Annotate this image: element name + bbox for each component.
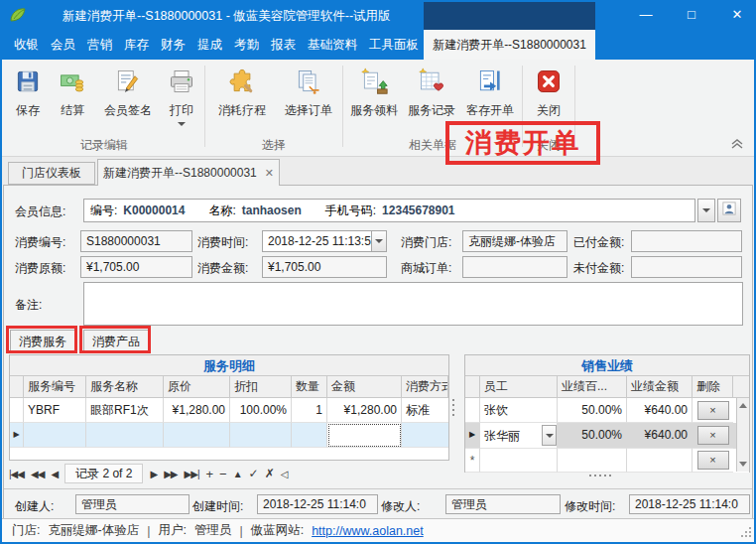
menu-tools-panel[interactable]: 工具面板 [363,30,425,60]
created-time-field[interactable]: 2018-12-25 11:14:0 [257,494,378,514]
aolan-website-link[interactable]: http://www.aolan.net [312,524,424,538]
mall-order-field[interactable] [462,256,567,278]
col-original-price[interactable]: 原价 [164,376,230,397]
member-lookup-button[interactable] [717,199,741,222]
col-discount[interactable]: 折扣 [230,376,292,397]
modifier-field[interactable]: 管理员 [445,494,561,514]
cell-amount-focused[interactable] [327,423,402,448]
nav-edit-button[interactable]: ▲ [233,469,242,479]
cell-amount[interactable]: ¥1,280.00 [327,398,402,423]
menu-member[interactable]: 会员 [45,30,81,60]
guest-deposit-button[interactable]: 客存开单 [460,66,520,119]
nav-next-page-button[interactable]: ▶▶ [164,469,177,479]
cell-code[interactable] [24,423,86,448]
nav-refresh-button[interactable]: ◁ [281,469,288,479]
col-amount[interactable]: 金额 [327,376,402,397]
tab-new-consume-order[interactable]: 新建消费开单--S1880000031 ✕ [97,159,280,186]
member-signature-button[interactable]: 会员签名 [95,66,161,119]
cell-amount[interactable]: ¥640.00 [627,398,693,423]
sales-row-1[interactable]: 张饮 50.00% ¥640.00 × [465,398,749,423]
tab-store-dashboard[interactable]: 门店仪表板 [8,162,95,185]
consume-treatment-button[interactable]: 消耗疗程 [207,66,277,119]
menu-finance[interactable]: 财务 [155,30,191,60]
delete-row-button[interactable]: × [697,401,729,420]
cell-price[interactable] [164,423,230,448]
table-splitter-handle[interactable] [452,396,455,419]
consume-amount-field[interactable]: ¥1,705.00 [262,256,387,278]
menu-basic-data[interactable]: 基础资料 [302,30,363,60]
menu-marketing[interactable]: 营销 [81,30,118,60]
col-service-code[interactable]: 服务编号 [24,376,86,397]
ribbon-tab-active[interactable]: 新建消费开单--S1880000031 [424,30,595,60]
cell-qty[interactable]: 1 [292,398,327,423]
cell-method[interactable]: 标准 [402,398,448,423]
tab-close-icon[interactable]: ✕ [265,161,274,186]
scroll-up-icon[interactable] [737,399,749,412]
nav-prev-button[interactable]: ◀ [51,469,58,479]
nav-add-button[interactable]: + [206,467,213,481]
print-button[interactable]: 打印 [161,66,202,126]
service-material-button[interactable]: 服务领料 [345,66,403,119]
ribbon-collapse-icon[interactable] [730,135,744,153]
service-row-2-selected[interactable]: ▶ [10,423,448,448]
consume-time-dropdown[interactable] [371,230,387,252]
cell-percent[interactable] [558,449,627,473]
settle-button[interactable]: 结算 [50,66,95,119]
close-form-button[interactable]: 关闭 [525,66,572,119]
close-window-button[interactable]: ✕ [722,0,752,30]
col-employee[interactable]: 员工 [480,376,558,397]
cell-employee[interactable]: 张华丽 [484,424,520,448]
col-percent[interactable]: 业绩百... [558,376,627,397]
menu-inventory[interactable]: 库存 [118,30,155,60]
cell-code[interactable]: YBRF [24,398,86,423]
member-dropdown-button[interactable] [697,199,715,222]
col-method[interactable]: 消费方式 [402,376,448,397]
cell-employee[interactable]: 张饮 [480,398,558,423]
remark-textarea[interactable] [83,282,743,326]
sales-row-new[interactable]: * × [465,449,749,473]
menu-attendance[interactable]: 考勤 [228,30,265,60]
maximize-button[interactable]: □ [677,0,706,30]
modified-time-field[interactable]: 2018-12-25 11:14:0 [629,494,750,514]
menu-cashier[interactable]: 收银 [8,30,45,60]
cell-percent[interactable]: 50.00% [558,398,627,423]
cell-employee[interactable] [480,449,558,473]
nav-cancel-button[interactable]: ✗ [265,467,274,480]
nav-delete-button[interactable]: − [219,467,226,481]
cell-discount[interactable]: 100.00% [230,398,292,423]
nav-last-button[interactable]: ▶▶| [185,469,199,479]
cell-amount[interactable]: ¥640.00 [627,423,693,449]
cell-name[interactable] [86,423,164,448]
cell-method[interactable] [402,423,448,448]
col-qty[interactable]: 数量 [292,376,327,397]
creator-field[interactable]: 管理员 [75,494,189,514]
resize-grip[interactable] [740,524,752,542]
employee-dropdown-button[interactable] [542,425,557,446]
service-row-1[interactable]: YBRF 眼部RF1次 ¥1,280.00 100.00% 1 ¥1,280.0… [10,398,448,423]
sales-table-scrollbar[interactable] [736,398,749,472]
minimize-button[interactable]: — [631,0,661,30]
cell-discount[interactable] [230,423,292,448]
member-info-field[interactable]: 编号:K00000014 名称:tanhaosen 手机号码:123456789… [83,199,695,222]
store-field[interactable]: 克丽缇娜-体验店 [462,230,567,252]
paid-amount-field[interactable] [631,230,742,252]
menu-reports[interactable]: 报表 [265,30,302,60]
col-delete[interactable]: 删除 [693,376,733,397]
cell-percent[interactable]: 50.00% [558,423,627,449]
scroll-down-icon[interactable] [737,458,749,471]
select-order-button[interactable]: 选择订单 [277,66,340,119]
delete-row-button[interactable]: × [697,451,729,470]
nav-post-button[interactable]: ✓ [249,467,258,480]
cell-name[interactable]: 眼部RF1次 [86,398,164,423]
cell-amount[interactable] [627,449,693,473]
delete-row-button[interactable]: × [697,426,729,445]
col-perf-amount[interactable]: 业绩金额 [627,376,693,397]
sales-row-2-selected[interactable]: ▶ 张华丽 50.00% ¥640.00 × [465,423,749,449]
nav-next-button[interactable]: ▶ [150,469,157,479]
nav-prev-page-button[interactable]: ◀◀ [31,469,44,479]
menu-commission[interactable]: 提成 [191,30,228,60]
service-record-button[interactable]: 服务记录 [403,66,460,119]
consume-no-field[interactable]: S1880000031 [80,230,192,252]
col-service-name[interactable]: 服务名称 [86,376,164,397]
original-amount-field[interactable]: ¥1,705.00 [80,256,192,278]
